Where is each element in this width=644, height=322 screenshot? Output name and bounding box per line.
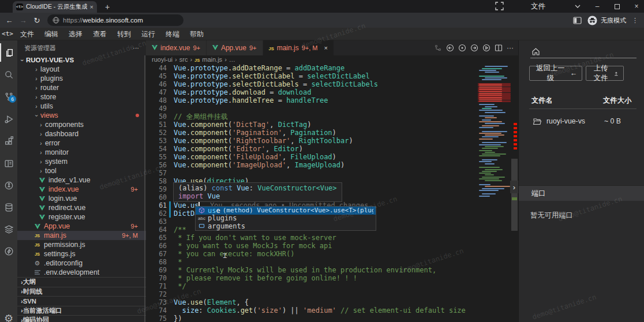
- suggest-item-arguments[interactable]: arguments: [196, 222, 376, 230]
- menu-item[interactable]: 转到: [112, 28, 136, 40]
- tree-item-system[interactable]: ›system: [17, 157, 146, 166]
- sidebar-section-大纲[interactable]: ›大纲: [17, 277, 146, 287]
- run-debug-icon[interactable]: [0, 110, 17, 128]
- address-bar[interactable]: https:// webide.sinosoft.com: [47, 14, 184, 26]
- reload-icon[interactable]: ↻: [30, 16, 44, 25]
- tree-item-main.js[interactable]: JSmain.js9+, M: [17, 231, 146, 240]
- code-line[interactable]: 75}): [146, 314, 478, 322]
- tab-close-icon[interactable]: ×: [90, 3, 93, 10]
- menu-item[interactable]: 编辑: [39, 28, 63, 40]
- ports-section-header[interactable]: 端口: [519, 185, 644, 201]
- tree-item-index.vue[interactable]: index.vue9+: [17, 185, 146, 194]
- new-tab-button[interactable]: +: [105, 2, 110, 12]
- window-minimize-button[interactable]: –: [589, 0, 606, 13]
- code-line[interactable]: 67 * you can execute: mockXHR(): [146, 250, 478, 258]
- extensions-icon[interactable]: [0, 132, 17, 150]
- code-line[interactable]: 46Vue.prototype.selectDictLabels = selec…: [146, 80, 478, 88]
- editor-tab-main.js[interactable]: JSmain.js9+, M×: [263, 40, 334, 55]
- code-line[interactable]: 57: [146, 169, 478, 177]
- tab-close-icon[interactable]: ×: [324, 44, 328, 51]
- side-panel-icon[interactable]: [573, 17, 582, 24]
- code-line[interactable]: 55Vue.component('FileUpload', FileUpload…: [146, 153, 478, 161]
- menu-item[interactable]: 文件: [15, 28, 39, 40]
- tree-root[interactable]: ›RUOYI-VUE-VS: [17, 55, 146, 65]
- suggest-item-plugins[interactable]: abcplugins: [196, 215, 376, 223]
- code-line[interactable]: 54Vue.component('Editor', Editor): [146, 145, 478, 153]
- tree-item-.env.development[interactable]: .env.development: [17, 268, 146, 277]
- menu-item[interactable]: 终端: [160, 28, 185, 40]
- sidebar-section-时间线[interactable]: ›时间线: [17, 287, 146, 297]
- breadcrumb-file[interactable]: main.js: [202, 56, 222, 63]
- source-control-icon[interactable]: 6: [0, 87, 17, 106]
- file-row-ruoyi-vue-vs[interactable]: ruoyi-vue-vs~ 0 B: [519, 114, 644, 128]
- code-line[interactable]: 50// 全局组件挂载: [146, 113, 478, 121]
- split-editor-icon[interactable]: [495, 44, 503, 52]
- tree-item-.editorconfig[interactable]: ⚙.editorconfig: [17, 259, 146, 268]
- menu-item[interactable]: 运行: [136, 28, 160, 40]
- tree-item-layout[interactable]: ›layout: [17, 65, 146, 74]
- sidebar-section-当前激活端口[interactable]: ›当前激活端口: [17, 306, 146, 316]
- tab-search-chevron-icon[interactable]: [569, 0, 586, 13]
- breadcrumb-item[interactable]: src: [179, 56, 188, 63]
- menu-item[interactable]: 查看: [88, 28, 112, 40]
- tree-item-index_v1.vue[interactable]: index_v1.vue: [17, 175, 146, 185]
- explorer-icon[interactable]: [0, 43, 17, 62]
- back-icon[interactable]: ←: [2, 16, 16, 25]
- breadcrumb-item[interactable]: ruoyi-ui: [152, 56, 173, 63]
- tree-item-store[interactable]: ›store: [17, 92, 146, 102]
- navigate-forward-icon[interactable]: [470, 44, 478, 52]
- tree-item-dashboard[interactable]: ›dashboard: [17, 129, 146, 138]
- code-line[interactable]: 48Vue.prototype.handleTree = handleTree: [146, 96, 478, 104]
- editor-tab-App.vue[interactable]: App.vue9+: [207, 40, 263, 55]
- tree-item-components[interactable]: ›components: [17, 120, 146, 129]
- code-line[interactable]: 68 *: [146, 258, 478, 266]
- tree-item-error[interactable]: ›error: [17, 138, 146, 148]
- explorer-more-icon[interactable]: ···: [133, 44, 139, 51]
- forward-icon[interactable]: →: [16, 16, 30, 25]
- code-line[interactable]: 74 size: Cookies.get('size') || 'medium'…: [146, 306, 478, 314]
- fullscreen-icon[interactable]: [495, 2, 504, 10]
- sidebar-section-SVN[interactable]: ›SVN: [17, 296, 146, 306]
- menu-item[interactable]: 选择: [63, 28, 88, 40]
- bolt-icon[interactable]: [0, 242, 17, 260]
- database-icon[interactable]: [0, 198, 17, 216]
- browser-menu-icon[interactable]: ⋮: [632, 17, 638, 24]
- settings-gear-icon[interactable]: ⚙: [0, 309, 17, 322]
- code-line[interactable]: 73Vue.use(Element, {: [146, 298, 478, 306]
- search-icon[interactable]: [0, 65, 17, 84]
- navigate-back-icon[interactable]: [446, 44, 454, 52]
- tree-item-redirect.vue[interactable]: redirect.vue: [17, 203, 146, 212]
- sidebar-scrollbar[interactable]: [144, 55, 145, 322]
- window-maximize-button[interactable]: [608, 0, 626, 13]
- tree-item-utils[interactable]: ›utils: [17, 102, 146, 111]
- scrollbar-thumb[interactable]: [511, 159, 518, 231]
- suggest-item-use[interactable]: use(method) VueConstructor<Vue>.use<T>(p…: [196, 207, 376, 215]
- panel-expand-chevron[interactable]: ›: [510, 181, 518, 193]
- code-line[interactable]: 66 * you want to use MockJs for mock api: [146, 242, 478, 250]
- navigate-dot-icon[interactable]: [458, 44, 466, 52]
- run-file-icon[interactable]: [482, 44, 491, 52]
- tree-item-settings.js[interactable]: JSsettings.js: [17, 249, 146, 259]
- code-line[interactable]: 51Vue.component('DictTag', DictTag): [146, 121, 478, 129]
- upload-file-button[interactable]: 上传文件: [586, 66, 624, 81]
- menu-item[interactable]: 帮助: [185, 28, 209, 40]
- code-line[interactable]: 71 */: [146, 282, 478, 290]
- back-parent-button[interactable]: 返回上一级←: [529, 66, 582, 81]
- breadcrumb[interactable]: ruoyi-ui›src›JSmain.js›…: [146, 55, 518, 63]
- code-line[interactable]: 70 * please remove it before going onlin…: [146, 274, 478, 282]
- tree-item-views[interactable]: ›views: [17, 111, 146, 120]
- code-line[interactable]: 45Vue.prototype.selectDictLabel = select…: [146, 72, 478, 80]
- code-line[interactable]: 65 * If you don't want to use mock-serve…: [146, 234, 478, 242]
- code-line[interactable]: 52Vue.component('Pagination', Pagination…: [146, 129, 478, 137]
- code-line[interactable]: 72: [146, 290, 478, 298]
- home-icon[interactable]: [531, 47, 540, 55]
- tree-item-monitor[interactable]: ›monitor: [17, 148, 146, 157]
- code-line[interactable]: 49: [146, 104, 478, 113]
- code-line[interactable]: 44Vue.prototype.addDateRange = addDateRa…: [146, 64, 478, 72]
- sidebar-section-编码协同[interactable]: ›编码协同: [17, 315, 146, 322]
- tree-item-plugins[interactable]: ›plugins: [17, 74, 146, 83]
- tree-item-permission.js[interactable]: JSpermission.js: [17, 240, 146, 249]
- minimap[interactable]: [478, 64, 511, 203]
- code-line[interactable]: 53Vue.component('RightToolbar', RightToo…: [146, 137, 478, 145]
- tree-item-register.vue[interactable]: register.vue: [17, 212, 146, 222]
